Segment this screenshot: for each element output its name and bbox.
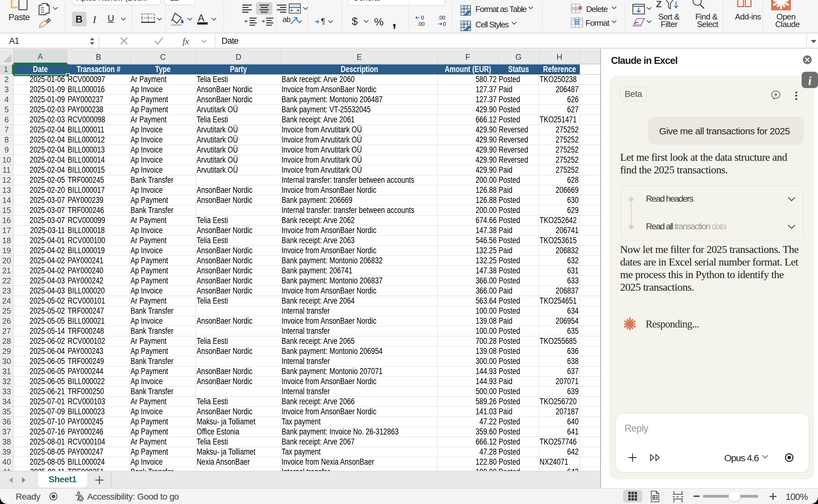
svg-text:.00: .00 — [438, 15, 445, 21]
svg-text:0: 0 — [421, 15, 424, 21]
svg-text:0: 0 — [443, 21, 446, 27]
svg-text:.00: .00 — [417, 21, 425, 27]
